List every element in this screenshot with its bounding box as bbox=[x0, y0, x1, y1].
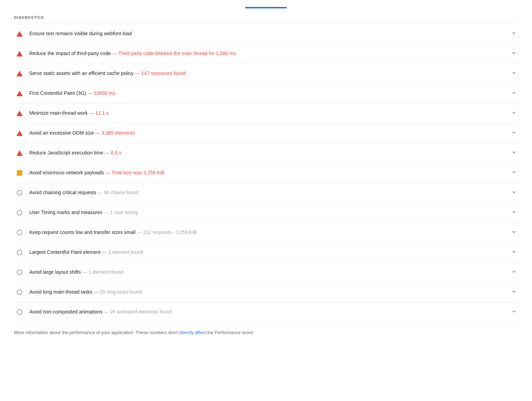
icon-layout-shifts bbox=[15, 270, 24, 275]
diagnostic-left-third-party: Reduce the impact of third-party code — … bbox=[15, 50, 505, 57]
chevron-dom-size[interactable] bbox=[511, 130, 517, 137]
diagnostic-left-long-tasks: Avoid long main-thread tasks — 20 long t… bbox=[15, 289, 505, 296]
icon-critical-requests bbox=[15, 190, 24, 196]
chevron-critical-requests[interactable] bbox=[511, 189, 517, 196]
item-text-js-execution: Reduce JavaScript execution time — 6.6 s bbox=[29, 150, 121, 157]
chevron-js-execution[interactable] bbox=[511, 150, 517, 157]
diagnostic-item-dom-size[interactable]: Avoid an excessive DOM size — 3,065 elem… bbox=[14, 123, 518, 143]
chevron-webfont[interactable] bbox=[511, 30, 517, 37]
diagnostic-item-webfont[interactable]: Ensure text remains visible during webfo… bbox=[14, 24, 518, 44]
item-text-request-counts: Keep request counts low and transfer siz… bbox=[29, 229, 197, 236]
chevron-fcp-3g[interactable] bbox=[511, 90, 517, 97]
diagnostic-item-network-payloads[interactable]: Avoid enormous network payloads — Total … bbox=[14, 163, 518, 183]
diagnostic-item-layout-shifts[interactable]: Avoid large layout shifts — 1 element fo… bbox=[14, 263, 518, 282]
chevron-lcp-element[interactable] bbox=[511, 249, 517, 256]
item-text-layout-shifts: Avoid large layout shifts — 1 element fo… bbox=[29, 269, 124, 276]
item-text-third-party: Reduce the impact of third-party code — … bbox=[29, 50, 236, 57]
diagnostics-list: Ensure text remains visible during webfo… bbox=[14, 24, 518, 322]
chevron-request-counts[interactable] bbox=[511, 229, 517, 236]
diagnostic-left-user-timing: User Timing marks and measures — 1 user … bbox=[15, 209, 505, 216]
diagnostic-item-main-thread-work[interactable]: Minimize main-thread work — 11.1 s bbox=[14, 104, 518, 123]
chevron-layout-shifts[interactable] bbox=[511, 269, 517, 276]
diagnostic-item-non-composited[interactable]: Avoid non-composited animations — 28 ani… bbox=[14, 302, 518, 322]
icon-non-composited bbox=[15, 309, 24, 315]
item-text-webfont: Ensure text remains visible during webfo… bbox=[29, 30, 132, 37]
diagnostic-item-lcp-element[interactable]: Largest Contentful Paint element — 1 ele… bbox=[14, 243, 518, 263]
chevron-non-composited[interactable] bbox=[511, 309, 517, 316]
diagnostic-left-request-counts: Keep request counts low and transfer siz… bbox=[15, 229, 505, 236]
item-text-non-composited: Avoid non-composited animations — 28 ani… bbox=[29, 309, 172, 316]
diagnostic-left-layout-shifts: Avoid large layout shifts — 1 element fo… bbox=[15, 269, 505, 276]
icon-cache-policy bbox=[15, 71, 24, 76]
diagnostic-item-user-timing[interactable]: User Timing marks and measures — 1 user … bbox=[14, 203, 518, 223]
icon-main-thread-work bbox=[15, 111, 24, 116]
icon-long-tasks bbox=[15, 289, 24, 295]
footer-link[interactable]: directly affect bbox=[179, 330, 206, 335]
diagnostic-item-long-tasks[interactable]: Avoid long main-thread tasks — 20 long t… bbox=[14, 282, 518, 302]
item-text-fcp-3g: First Contentful Paint (3G) — 10830 ms bbox=[29, 90, 115, 97]
item-text-long-tasks: Avoid long main-thread tasks — 20 long t… bbox=[29, 289, 142, 296]
item-text-lcp-element: Largest Contentful Paint element — 1 ele… bbox=[29, 249, 143, 256]
diagnostic-left-non-composited: Avoid non-composited animations — 28 ani… bbox=[15, 309, 505, 316]
diagnostic-left-cache-policy: Serve static assets with an efficient ca… bbox=[15, 70, 505, 77]
diagnostic-item-cache-policy[interactable]: Serve static assets with an efficient ca… bbox=[14, 64, 518, 84]
icon-user-timing bbox=[15, 210, 24, 215]
icon-webfont bbox=[15, 31, 24, 37]
icon-third-party bbox=[15, 51, 24, 56]
item-text-network-payloads: Avoid enormous network payloads — Total … bbox=[29, 169, 164, 176]
item-text-cache-policy: Serve static assets with an efficient ca… bbox=[29, 70, 186, 77]
icon-lcp-element bbox=[15, 250, 24, 255]
footer-text-before: More information about the performance o… bbox=[14, 330, 178, 335]
icon-request-counts bbox=[15, 230, 24, 235]
item-text-critical-requests: Avoid chaining critical requests — 95 ch… bbox=[29, 189, 139, 196]
icon-js-execution bbox=[15, 150, 24, 156]
diagnostic-item-critical-requests[interactable]: Avoid chaining critical requests — 95 ch… bbox=[14, 183, 518, 203]
footer-text: More information about the performance o… bbox=[14, 329, 518, 336]
chevron-main-thread-work[interactable] bbox=[511, 110, 517, 117]
diagnostic-left-lcp-element: Largest Contentful Paint element — 1 ele… bbox=[15, 249, 505, 256]
diagnostic-left-main-thread-work: Minimize main-thread work — 11.1 s bbox=[15, 110, 505, 117]
chevron-third-party[interactable] bbox=[511, 50, 517, 57]
item-text-dom-size: Avoid an excessive DOM size — 3,065 elem… bbox=[29, 130, 135, 137]
diagnostic-item-fcp-3g[interactable]: First Contentful Paint (3G) — 10830 ms bbox=[14, 84, 518, 104]
icon-fcp-3g bbox=[15, 91, 24, 96]
diagnostic-item-request-counts[interactable]: Keep request counts low and transfer siz… bbox=[14, 223, 518, 243]
diagnostic-left-network-payloads: Avoid enormous network payloads — Total … bbox=[15, 169, 505, 176]
progress-bar bbox=[245, 7, 287, 8]
diagnostic-left-js-execution: Reduce JavaScript execution time — 6.6 s bbox=[15, 150, 505, 157]
section-label: DIAGNOSTICS bbox=[14, 11, 518, 22]
icon-dom-size bbox=[15, 130, 24, 136]
chevron-long-tasks[interactable] bbox=[511, 289, 517, 296]
item-text-user-timing: User Timing marks and measures — 1 user … bbox=[29, 209, 138, 216]
item-text-main-thread-work: Minimize main-thread work — 11.1 s bbox=[29, 110, 109, 117]
diagnostic-left-dom-size: Avoid an excessive DOM size — 3,065 elem… bbox=[15, 130, 505, 137]
chevron-user-timing[interactable] bbox=[511, 209, 517, 216]
icon-network-payloads bbox=[15, 170, 24, 176]
diagnostic-left-webfont: Ensure text remains visible during webfo… bbox=[15, 30, 505, 37]
diagnostic-item-js-execution[interactable]: Reduce JavaScript execution time — 6.6 s bbox=[14, 143, 518, 163]
diagnostic-left-fcp-3g: First Contentful Paint (3G) — 10830 ms bbox=[15, 90, 505, 97]
diagnostic-left-critical-requests: Avoid chaining critical requests — 95 ch… bbox=[15, 189, 505, 196]
diagnostic-item-third-party[interactable]: Reduce the impact of third-party code — … bbox=[14, 44, 518, 64]
chevron-cache-policy[interactable] bbox=[511, 70, 517, 77]
footer-text-after: the Performance score. bbox=[207, 330, 254, 335]
chevron-network-payloads[interactable] bbox=[511, 169, 517, 176]
